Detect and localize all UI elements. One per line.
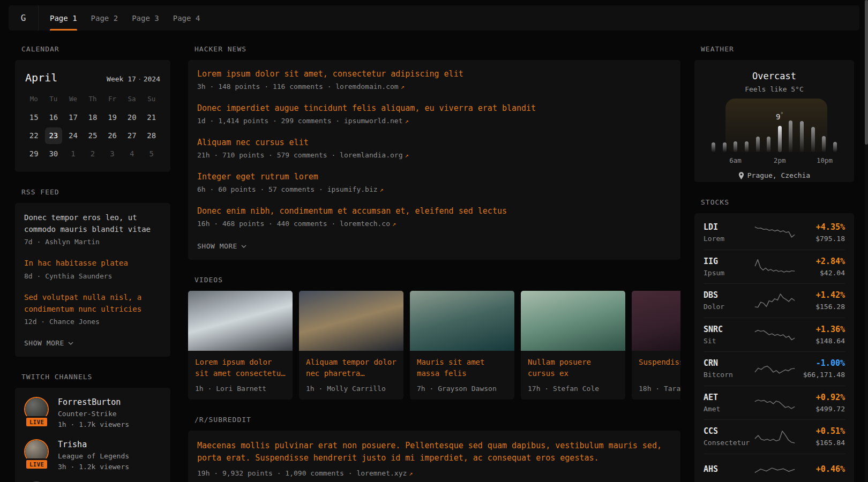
hn-item: Donec imperdiet augue tincidunt felis al… [197, 103, 671, 125]
stock-sparkline [753, 427, 797, 446]
stock-sparkline [753, 257, 797, 276]
calendar-day[interactable]: 20 [123, 109, 141, 126]
stock-row[interactable]: AETAmet +0.92%$499.72 [704, 386, 845, 420]
calendar-day[interactable]: 30 [45, 146, 63, 162]
hn-meta-text: 16h · 468 points · 440 comments · loremt… [197, 220, 390, 228]
calendar-day[interactable]: 25 [84, 127, 102, 144]
video-card[interactable]: Lorem ipsum dolor sit amet consectetu… 1… [188, 291, 293, 400]
hn-show-more-button[interactable]: SHOW MORE [197, 242, 246, 250]
calendar-day[interactable]: 4 [123, 146, 141, 162]
hn-item-title[interactable]: Lorem ipsum dolor sit amet, consectetur … [197, 69, 671, 79]
stock-row[interactable]: IIGIpsum +2.84%$42.04 [704, 250, 845, 284]
stock-name: Consectetur [704, 439, 753, 447]
reddit-meta-text: 19h · 9,932 points · 1,090 comments · lo… [197, 469, 407, 477]
calendar-year: 2024 [144, 75, 160, 83]
external-link-icon[interactable]: ↗ [403, 152, 409, 159]
calendar-day[interactable]: 5 [143, 146, 160, 162]
stock-row[interactable]: LDILorem +4.35%$795.18 [704, 215, 845, 250]
external-link-icon[interactable]: ↗ [399, 83, 405, 91]
temp-bar [734, 141, 737, 152]
rss-item-title[interactable]: Donec tempor eros leo, ut commodo mauris… [24, 212, 161, 235]
hn-item-title[interactable]: Aliquam nec cursus elit [197, 138, 671, 147]
video-title[interactable]: Lorem ipsum dolor sit amet consectetu… [188, 351, 293, 385]
video-card[interactable]: Nullam posuere cursus ex 17h · Stefan Co… [521, 291, 625, 400]
video-card[interactable]: Suspendisse diam 18h · Tara [632, 291, 680, 400]
rss-item: Donec tempor eros leo, ut commodo mauris… [24, 212, 161, 246]
stock-symbol[interactable]: CRN [704, 358, 753, 368]
stock-symbol[interactable]: CCS [704, 426, 753, 436]
calendar-day[interactable]: 27 [123, 127, 141, 144]
video-title[interactable]: Nullam posuere cursus ex [521, 351, 625, 385]
twitch-channel[interactable]: LIVE ForrestBurton Counter-Strike 1h · 1… [24, 397, 161, 428]
calendar-day[interactable]: 29 [25, 146, 43, 162]
video-title[interactable]: Suspendisse diam [632, 351, 680, 385]
external-link-icon[interactable]: ↗ [407, 470, 413, 477]
rss-item-title[interactable]: Sed volutpat nulla nisl, a condimentum n… [24, 292, 161, 315]
tab-page-4[interactable]: Page 4 [166, 5, 207, 31]
calendar-day[interactable]: 1 [64, 146, 82, 162]
active-tab-underline [50, 29, 77, 31]
calendar-day[interactable]: 28 [143, 127, 160, 144]
weather-widget: Overcast Feels like 5°C 9° 6am 2pm 10pm … [694, 60, 854, 182]
calendar-day[interactable]: 18 [84, 109, 102, 126]
rss-item-title[interactable]: In hac habitasse platea [24, 258, 161, 269]
stock-symbol[interactable]: DBS [704, 290, 753, 300]
tab-label: Page 2 [91, 14, 118, 22]
hn-item-title[interactable]: Donec imperdiet augue tincidunt felis al… [197, 103, 671, 113]
calendar-day[interactable]: 21 [143, 109, 160, 126]
weekday-label: Fr [102, 92, 122, 108]
channel-name[interactable]: ForrestBurton [58, 397, 129, 407]
external-link-icon[interactable]: ↗ [390, 220, 396, 228]
calendar-day[interactable]: 16 [45, 109, 63, 126]
calendar-day[interactable]: 26 [103, 127, 121, 144]
calendar-day[interactable]: 19 [103, 109, 121, 126]
calendar-day[interactable]: 22 [25, 127, 43, 144]
page-scrollbar[interactable] [865, 0, 868, 482]
scrollbar-thumb[interactable] [865, 0, 868, 145]
video-title[interactable]: Mauris sit amet massa felis [410, 351, 514, 385]
reddit-post-title[interactable]: Maecenas mollis pulvinar erat non posuer… [197, 440, 671, 465]
stock-row[interactable]: CRNBitcorn -1.00%$66,171.48 [704, 351, 845, 386]
stock-symbol[interactable]: LDI [704, 222, 753, 232]
rss-show-more-button[interactable]: SHOW MORE [24, 339, 73, 347]
calendar-week-year: Week 17·2024 [107, 75, 160, 83]
stock-symbol[interactable]: IIG [704, 257, 753, 266]
live-badge: LIVE [25, 458, 49, 470]
video-title[interactable]: Aliquam tempor dolor nec pharetra… [299, 351, 403, 385]
tab-page-3[interactable]: Page 3 [125, 5, 166, 31]
calendar-day[interactable]: 3 [103, 146, 121, 162]
stock-sparkline [753, 325, 797, 344]
stock-price: $156.28 [797, 303, 845, 311]
tab-page-1[interactable]: Page 1 [43, 5, 84, 31]
stock-price: $795.18 [797, 235, 845, 243]
stock-row[interactable]: SNRCSit +1.36%$148.64 [704, 318, 845, 352]
stock-symbol[interactable]: SNRC [704, 325, 753, 334]
hn-item: Donec enim nibh, condimentum et accumsan… [197, 206, 671, 228]
hn-item-title[interactable]: Integer eget rutrum lorem [197, 172, 671, 182]
stock-symbol[interactable]: AET [704, 393, 753, 402]
external-link-icon[interactable]: ↗ [403, 117, 409, 125]
video-card[interactable]: Mauris sit amet massa felis 7h · Grayson… [410, 291, 514, 400]
weather-location[interactable]: Prague, Czechia [704, 171, 845, 179]
external-link-icon[interactable]: ↗ [378, 186, 384, 193]
stock-sparkline [753, 393, 797, 412]
avatar: LIVE [24, 397, 51, 424]
calendar-day[interactable]: 2 [84, 146, 102, 162]
stock-row[interactable]: DBSDolor +1.42%$156.28 [704, 283, 845, 318]
video-card[interactable]: Aliquam tempor dolor nec pharetra… 1h · … [299, 291, 403, 400]
stock-row[interactable]: CCSConsectetur +0.51%$165.84 [704, 419, 845, 454]
calendar-week: Week 17 [107, 75, 136, 83]
channel-name[interactable]: Trisha [58, 440, 129, 449]
calendar-day[interactable]: 24 [64, 127, 82, 144]
hn-item-title[interactable]: Donec enim nibh, condimentum et accumsan… [197, 206, 671, 216]
current-temp-label: 9° [776, 111, 783, 121]
stock-name: Ipsum [704, 269, 753, 277]
stock-symbol[interactable]: AHS [704, 464, 753, 474]
stock-row[interactable]: AHS +0.46% [704, 454, 845, 482]
calendar-day[interactable]: 15 [25, 109, 43, 126]
app-logo[interactable]: G [9, 5, 39, 31]
twitch-channel[interactable]: LIVE Trisha League of Legends 3h · 1.2k … [24, 439, 161, 471]
calendar-day[interactable]: 17 [64, 109, 82, 126]
calendar-day[interactable]: 23 [45, 127, 63, 144]
tab-page-2[interactable]: Page 2 [84, 5, 125, 31]
